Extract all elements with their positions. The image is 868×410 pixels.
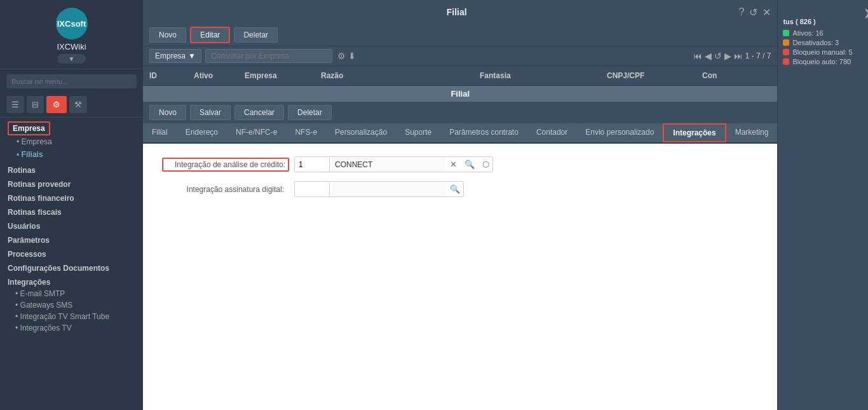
integracao-assinatura-label: Integração assinatura digital: [162, 185, 289, 194]
filter-settings-icon[interactable]: ⚙ [337, 51, 346, 61]
collapse-right-btn[interactable]: ❯ [864, 8, 868, 18]
tab-envio-personalizado[interactable]: Envio personalizado [576, 124, 663, 142]
sidebar: IXCsoft IXCWiki ▼ ☰ ⊟ ⚙ ⚒ Empresa Empres… [0, 0, 143, 410]
integracao-credito-id-input[interactable] [295, 158, 330, 172]
page-info: 1 - 7 / 7 [745, 51, 771, 60]
close-btn[interactable]: ✕ [763, 6, 771, 18]
col-empresa: Empresa [238, 69, 315, 83]
integracao-assinatura-id-input[interactable] [295, 182, 330, 196]
integracao-credito-field-group: ✕ 🔍 ⬡ [294, 156, 493, 172]
sidebar-item-config-docs[interactable]: Configurações Documentos [0, 260, 143, 274]
status-bloqueio-manual: Bloqueio manual: 5 [783, 48, 868, 56]
status-bloqueio-manual-label: Bloqueio manual: 5 [792, 48, 852, 56]
integracao-credito-value-input[interactable] [331, 158, 445, 172]
sidebar-icon-bar: ☰ ⊟ ⚙ ⚒ [0, 93, 143, 118]
first-page-btn[interactable]: ⏮ [693, 51, 702, 61]
sidebar-item-rotinas[interactable]: Rotinas [0, 162, 143, 176]
gear-icon-btn[interactable]: ⚙ [46, 96, 67, 113]
tab-suporte[interactable]: Suporte [396, 124, 440, 142]
sidebar-item-rotinas-fiscais[interactable]: Rotinas fiscais [0, 204, 143, 218]
sidebar-item-email-smtp[interactable]: E-mail SMTP [3, 288, 143, 299]
integracao-assinatura-search-btn[interactable]: 🔍 [447, 182, 463, 196]
list-icon-btn[interactable]: ☰ [6, 96, 24, 113]
sidebar-item-parametros[interactable]: Parâmetros [0, 232, 143, 246]
empresa-section-title[interactable]: Empresa [8, 121, 50, 135]
status-bloqueio-auto-label: Bloqueio auto: 780 [792, 58, 851, 65]
refresh-page-btn[interactable]: ↺ [714, 51, 722, 61]
sidebar-item-filiais[interactable]: Filiais [8, 148, 135, 161]
logo-icon: IXCsoft [56, 8, 88, 39]
search-input[interactable] [6, 74, 137, 88]
tab-nfe-nfce[interactable]: NF-e/NFC-e [227, 124, 286, 142]
prev-page-btn[interactable]: ◀ [705, 51, 712, 61]
novo-button[interactable]: Novo [149, 27, 186, 43]
integracao-credito-row: Integração de análise de crédito: ✕ 🔍 ⬡ [162, 156, 758, 172]
main-toolbar: Novo Editar Deletar [143, 24, 777, 46]
tab-filial[interactable]: Filial [143, 124, 177, 142]
tab-personalizacao[interactable]: Personalização [326, 124, 396, 142]
right-panel-top: ❯ [783, 5, 868, 18]
integracao-assinatura-value-input[interactable] [331, 182, 445, 196]
last-page-btn[interactable]: ⏭ [734, 51, 743, 61]
next-page-btn[interactable]: ▶ [724, 51, 731, 61]
col-fantasia: Fantasia [473, 69, 600, 83]
integracao-credito-open-btn[interactable]: ⬡ [479, 157, 492, 172]
empresa-filter-input[interactable] [205, 49, 332, 63]
integracoes-submenu: E-mail SMTP Gateways SMS Integração TV S… [0, 288, 143, 334]
inner-salvar-btn[interactable]: Salvar [190, 105, 231, 120]
integracao-credito-label: Integração de análise de crédito: [162, 158, 289, 172]
main-area: Filial ? ↺ ✕ Novo Editar Deletar Empresa… [143, 0, 777, 410]
col-cnpj: CNPJ/CPF [600, 69, 696, 83]
tab-marketing[interactable]: Marketing [726, 124, 778, 142]
filter-export-icon[interactable]: ⬇ [348, 51, 356, 61]
integracao-credito-clear-btn[interactable]: ✕ [447, 157, 460, 172]
sidebar-item-rotinas-financeiro[interactable]: Rotinas financeiro [0, 190, 143, 204]
inner-novo-btn[interactable]: Novo [149, 105, 186, 120]
sidebar-logo: IXCsoft IXCWiki ▼ [0, 0, 143, 69]
sidebar-item-integracoes[interactable]: Integrações [0, 274, 143, 288]
inner-toolbar: Novo Salvar Cancelar Deletar [143, 102, 777, 123]
tab-parametros-contrato[interactable]: Parâmetros contrato [440, 124, 527, 142]
sidebar-item-processos[interactable]: Processos [0, 246, 143, 260]
editar-button[interactable]: Editar [190, 27, 230, 43]
right-panel-title: tus ( 826 ) [783, 18, 868, 25]
tab-integracoes[interactable]: Integrações [663, 123, 726, 142]
deletar-button[interactable]: Deletar [234, 27, 278, 43]
sidebar-item-rotinas-provedor[interactable]: Rotinas provedor [0, 176, 143, 190]
pagination: ⏮ ◀ ↺ ▶ ⏭ 1 - 7 / 7 [693, 51, 771, 61]
inner-cancelar-btn[interactable]: Cancelar [234, 105, 284, 120]
tab-bar: Filial Endereço NF-e/NFC-e NFS-e Persona… [143, 123, 777, 144]
integracao-credito-search-btn[interactable]: 🔍 [461, 157, 478, 172]
tab-endereco[interactable]: Endereço [177, 124, 227, 142]
empresa-section: Empresa Empresa Filiais [0, 118, 143, 162]
col-cont: Con [696, 69, 734, 83]
status-dot-ativos [783, 30, 789, 36]
topbar: Filial ? ↺ ✕ [143, 0, 777, 24]
dropdown-arrow-icon: ▼ [188, 51, 196, 60]
tab-nfs-e[interactable]: NFS-e [286, 124, 326, 142]
status-dot-desativados [783, 39, 789, 46]
tab-contador[interactable]: Contador [527, 124, 576, 142]
col-ativo: Ativo [187, 69, 238, 83]
inner-deletar-btn[interactable]: Deletar [288, 105, 332, 120]
col-id: ID [143, 69, 187, 83]
integracao-assinatura-field-group: 🔍 [294, 181, 464, 197]
sidebar-item-empresa[interactable]: Empresa [8, 135, 135, 148]
col-razao: Razão [315, 69, 473, 83]
inner-modal: Filial Novo Salvar Cancelar Deletar Fili… [143, 86, 777, 410]
empresa-filter-dropdown[interactable]: Empresa ▼ [149, 49, 201, 63]
sidebar-search-area [0, 69, 143, 93]
status-ativos-label: Ativos: 16 [792, 29, 823, 37]
sidebar-item-usuarios[interactable]: Usuários [0, 218, 143, 232]
help-btn[interactable]: ? [738, 6, 744, 18]
inner-modal-title: Filial [143, 86, 777, 102]
status-dot-bloqueio-auto [783, 58, 789, 65]
sidebar-item-integracoes-tv[interactable]: Integrações TV [3, 322, 143, 334]
print-icon-btn[interactable]: ⊟ [27, 96, 44, 113]
logo-dropdown-btn[interactable]: ▼ [57, 54, 86, 64]
integracao-assinatura-row: Integração assinatura digital: 🔍 [162, 181, 758, 197]
sidebar-item-tv-smart-tube[interactable]: Integração TV Smart Tube [3, 311, 143, 322]
refresh-btn[interactable]: ↺ [749, 6, 757, 18]
sidebar-item-gateways-sms[interactable]: Gateways SMS [3, 299, 143, 311]
wrench-icon-btn[interactable]: ⚒ [69, 96, 87, 113]
